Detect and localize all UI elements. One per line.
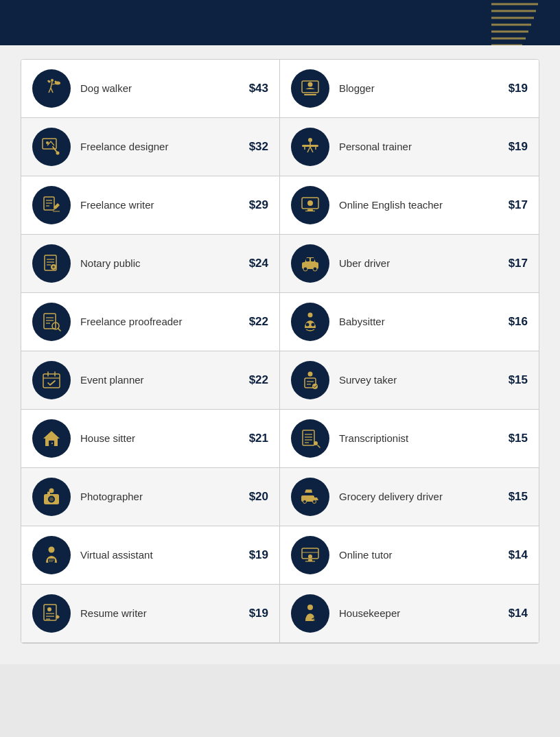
job-price: $19: [249, 607, 268, 620]
job-label: Babysitter: [339, 315, 502, 329]
job-price: $19: [249, 548, 268, 562]
job-label: Freelance writer: [80, 198, 242, 212]
svg-point-38: [307, 200, 313, 206]
header: [0, 0, 560, 45]
job-price: $32: [249, 140, 268, 154]
svg-line-58: [58, 329, 61, 331]
svg-rect-50: [311, 258, 314, 261]
svg-rect-21: [43, 139, 56, 149]
job-price: $19: [509, 140, 528, 154]
job-label: Uber driver: [339, 257, 502, 270]
svg-point-83: [49, 498, 54, 502]
svg-point-72: [51, 443, 53, 444]
svg-rect-98: [44, 605, 56, 620]
job-price: $24: [249, 257, 268, 270]
table-row: House sitter$21: [21, 410, 280, 468]
job-label: Dog walker: [80, 82, 242, 95]
table-row: Transcriptionist$15: [280, 410, 539, 468]
svg-rect-62: [43, 374, 60, 388]
svg-point-103: [307, 605, 313, 610]
blogger-icon: [291, 69, 329, 108]
table-row: Babysitter$16: [280, 293, 539, 351]
job-price: $20: [249, 490, 268, 504]
svg-line-79: [318, 445, 320, 447]
table-row: Notary public$24: [21, 235, 280, 293]
svg-line-30: [307, 147, 310, 152]
online-english-teacher-icon: [291, 186, 329, 224]
job-label: Housekeeper: [339, 607, 502, 620]
job-label: Resume writer: [80, 607, 242, 620]
svg-rect-49: [306, 258, 310, 261]
table-row: Online English teacher$17: [280, 176, 539, 235]
notary-public-icon: [32, 244, 71, 283]
svg-rect-73: [303, 430, 314, 445]
job-price: $22: [249, 373, 268, 387]
job-price: $17: [509, 198, 528, 212]
job-label: Online English teacher: [339, 198, 502, 212]
job-label: Freelance designer: [80, 140, 242, 154]
housekeeper-icon: [291, 594, 329, 633]
svg-point-89: [49, 547, 55, 553]
babysitter-icon: [291, 303, 329, 341]
job-label: Transcriptionist: [339, 432, 502, 445]
job-price: $21: [249, 432, 268, 445]
table-row: Freelance proofreader$22: [21, 293, 280, 351]
job-price: $15: [509, 490, 528, 504]
svg-rect-20: [304, 94, 316, 95]
svg-point-66: [308, 372, 313, 377]
svg-point-78: [314, 441, 318, 445]
job-price: $22: [249, 315, 268, 329]
svg-point-11: [51, 79, 54, 82]
house-sitter-icon: [32, 419, 71, 458]
freelance-writer-icon: [32, 186, 71, 224]
event-planner-icon: [32, 361, 71, 399]
content: Dog walker$43Blogger$19Freelance designe…: [0, 45, 560, 664]
svg-line-31: [310, 147, 313, 152]
job-price: $15: [509, 373, 528, 387]
job-price: $29: [249, 198, 268, 212]
job-label: Survey taker: [339, 373, 502, 387]
table-grid: Dog walker$43Blogger$19Freelance designe…: [21, 60, 539, 643]
svg-point-51: [303, 267, 307, 271]
svg-line-14: [51, 88, 53, 93]
table-row: Housekeeper$14: [280, 585, 539, 643]
job-price: $14: [509, 548, 528, 562]
job-label: Grocery delivery driver: [339, 490, 502, 504]
svg-point-70: [312, 384, 318, 389]
survey-taker-icon: [291, 361, 329, 399]
svg-point-61: [312, 323, 315, 327]
uber-driver-icon: [291, 244, 329, 283]
svg-point-25: [308, 138, 312, 142]
personal-trainer-icon: [291, 128, 329, 166]
table-row: Blogger$19: [280, 60, 539, 118]
table-row: Online tutor$14: [280, 526, 539, 585]
svg-point-99: [47, 607, 51, 611]
table-row: Grocery delivery driver$15: [280, 468, 539, 526]
job-price: $43: [249, 82, 268, 95]
svg-rect-84: [47, 492, 50, 495]
virtual-assistant-icon: [32, 536, 71, 574]
svg-rect-90: [48, 559, 55, 563]
job-label: Online tutor: [339, 548, 502, 562]
dog-walker-icon: [32, 69, 71, 108]
job-label: House sitter: [80, 432, 242, 445]
job-label: Virtual assistant: [80, 548, 242, 562]
online-tutor-icon: [291, 536, 329, 574]
transcriptionist-icon: [291, 419, 329, 458]
svg-point-24: [56, 152, 60, 155]
job-label: Blogger: [339, 82, 502, 95]
svg-line-13: [49, 88, 51, 93]
table-row: Virtual assistant$19: [21, 526, 280, 585]
job-label: Notary public: [80, 257, 242, 270]
job-label: Freelance proofreader: [80, 315, 242, 329]
job-label: Event planner: [80, 373, 242, 387]
svg-point-52: [313, 267, 317, 271]
decoration-icon: [491, 0, 546, 45]
table-row: Uber driver$17: [280, 235, 539, 293]
table-row: Freelance writer$29: [21, 176, 280, 235]
job-price: $15: [509, 432, 528, 445]
freelance-designer-icon: [32, 128, 71, 166]
job-label: Personal trainer: [339, 140, 502, 154]
table-row: Event planner$22: [21, 351, 280, 410]
table: Dog walker$43Blogger$19Freelance designe…: [21, 59, 539, 644]
